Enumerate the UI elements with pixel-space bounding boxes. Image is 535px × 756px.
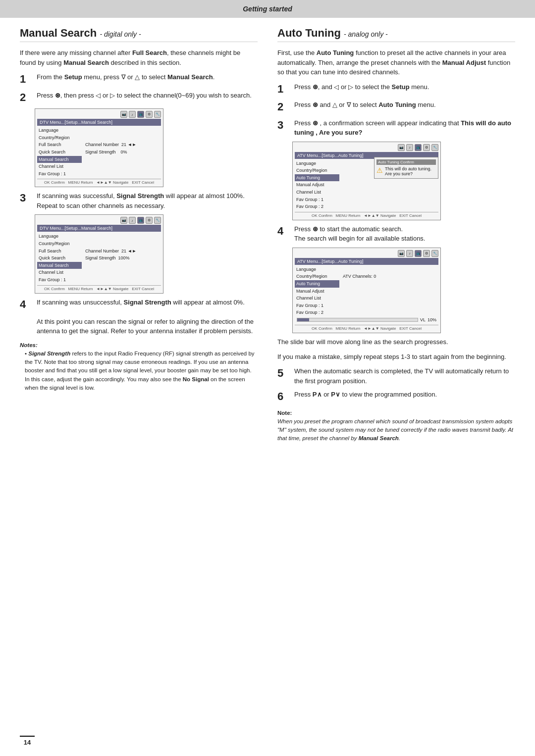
icon-tv: 📺	[415, 144, 422, 151]
progress-row: VL 10%	[295, 316, 438, 323]
icon-wrench: 🔧	[154, 111, 161, 118]
screen-row	[84, 134, 161, 142]
icon-settings: ⚙	[146, 217, 153, 224]
icon-music: ♪	[406, 144, 413, 151]
screen-row: Fav Group : 1	[295, 196, 339, 203]
screen1-footer: OK Confirm MENU Return ◄►▲▼ Navigate EXI…	[37, 179, 161, 185]
screen-row: Country/Region	[295, 167, 339, 174]
icon-settings: ⚙	[423, 250, 430, 257]
progress-fill	[297, 318, 309, 321]
screen-row: Manual Adjust	[295, 288, 339, 295]
notes-section: Notes: Signal Strength refers to the inp…	[20, 341, 258, 393]
icon-tv: 📺	[137, 217, 144, 224]
icon-music: ♪	[406, 250, 413, 257]
icon-tv: 📺	[137, 111, 144, 118]
notes-title: Notes:	[20, 341, 258, 350]
dtv-screen-1: 📷 ♪ 📺 ⚙ 🔧 DTV Menu...[Setup...Manual Sea…	[35, 108, 163, 187]
screen-row	[341, 181, 438, 189]
screen-row: Language	[37, 233, 82, 240]
atv-screen-2: 📷 ♪ 📺 ⚙ 🔧 ATV Menu...[Setup...Auto Tunin…	[292, 248, 441, 333]
at-step-4: 4 Press ⊛ to start the automatic search.…	[277, 224, 515, 244]
screen-row	[84, 163, 161, 170]
step-3: 3 If scanning was successful, Signal Str…	[20, 191, 258, 210]
screen-row	[341, 203, 438, 210]
icon-settings: ⚙	[146, 111, 153, 118]
screen-row-highlight: Auto Tuning	[295, 174, 339, 182]
icon-cam: 📷	[398, 250, 405, 257]
icon-settings: ⚙	[423, 144, 430, 151]
screen-row	[84, 269, 161, 276]
screen-row: Country/Region	[295, 273, 339, 280]
confirm-dialog-title: Auto Tuning Confirm	[376, 159, 436, 165]
screen-row: Channel List	[295, 189, 339, 196]
progress-label: VL	[420, 317, 426, 322]
screen-row-highlight: Auto Tuning	[295, 280, 339, 288]
confirm-dialog: Auto Tuning Confirm ⚠ This will do auto …	[374, 157, 438, 179]
auto-tuning-section: Auto Tuning - analog only - First, use t…	[277, 27, 515, 443]
progress-bg	[297, 318, 418, 322]
icon-wrench: 🔧	[431, 144, 438, 151]
header-bar: Getting started	[0, 0, 535, 18]
screen-row: Channel List	[37, 163, 82, 170]
screen-row: Signal Strength 0%	[84, 149, 161, 156]
icon-cam: 📷	[398, 144, 405, 151]
screen-row: Quick Search	[37, 149, 82, 156]
atv-screen1-footer: OK Confirm MENU Return ◄►▲▼ Navigate EXI…	[295, 212, 438, 218]
at-step-1: 1 Press ⊛, and ◁ or ▷ to select the Setu…	[277, 82, 515, 97]
screen-row: Fav Group : 2	[295, 309, 339, 316]
screen-row: Channel Number 21 ◄►	[84, 141, 161, 149]
note-item: Signal Strength refers to the input Radi…	[25, 350, 258, 392]
icon-music: ♪	[129, 217, 136, 224]
screen-row	[84, 240, 161, 248]
header-title: Getting started	[243, 5, 292, 13]
icon-cam: 📷	[120, 217, 127, 224]
warning-icon: ⚠	[376, 166, 383, 174]
at-step-3: 3 Press ⊛ , a confirmation screen will a…	[277, 118, 515, 138]
at-step-2: 2 Press ⊛ and △ or ∇ to select Auto Tuni…	[277, 100, 515, 114]
screen-row: Quick Search	[37, 254, 82, 262]
icon-music: ♪	[129, 111, 136, 118]
at-step-5: 5 When the automatic search is completed…	[277, 366, 515, 386]
screen-row	[341, 266, 438, 273]
auto-tuning-title: Auto Tuning - analog only -	[277, 27, 515, 42]
screen-row	[84, 233, 161, 240]
atv-screen-1: 📷 ♪ 📺 ⚙ 🔧 ATV Menu...[Setup...Auto Tunin…	[292, 142, 441, 220]
screen-row: Fav Group : 2	[295, 203, 339, 210]
manual-search-intro: If there were any missing channel after …	[20, 48, 258, 67]
step-4: 4 If scanning was unsuccessful, Signal S…	[20, 298, 258, 336]
screen-row-highlight: Manual Search	[37, 156, 82, 163]
icon-cam: 📷	[120, 111, 127, 118]
screen-row: ATV Channels: 0	[341, 273, 438, 280]
page-number: 14	[20, 736, 35, 746]
screen-row-highlight: Manual Search	[37, 262, 82, 269]
icon-wrench: 🔧	[431, 250, 438, 257]
screen1-header: DTV Menu...[Setup...Manual Search]	[37, 119, 161, 126]
screen2-footer: OK Confirm MENU Return ◄►▲▼ Navigate EXI…	[37, 285, 161, 291]
progress-note-2: If you make a mistake, simply repeat ste…	[277, 352, 515, 362]
screen-row: Fav Group : 1	[295, 302, 339, 309]
step-2: 2 Press ⊛, then press ◁ or ▷ to select t…	[20, 91, 258, 105]
screen-row	[84, 170, 161, 178]
screen-row	[341, 288, 438, 295]
screen-row: Full Search	[37, 248, 82, 255]
progress-note-1: The slide bar will move along line as th…	[277, 337, 515, 347]
confirm-dialog-body: ⚠ This will do auto tuning.Are you sure?	[376, 166, 436, 176]
screen-row: Manual Adjust	[295, 181, 339, 189]
at-step-6: 6 Press P∧ or P∨ to view the programmed …	[277, 390, 515, 404]
screen-row	[84, 156, 161, 163]
step-1: 1 From the Setup menu, press ∇ or △ to s…	[20, 72, 258, 87]
screen-row	[341, 196, 438, 203]
screen-row	[84, 262, 161, 269]
screen-row	[341, 309, 438, 316]
screen-row	[341, 280, 438, 288]
screen-row: Country/Region	[37, 134, 82, 142]
confirm-text: This will do auto tuning.Are you sure?	[385, 166, 431, 176]
screen-row: Language	[295, 266, 339, 273]
screen-row	[341, 295, 438, 302]
screen-row: Full Search	[37, 141, 82, 149]
dtv-screen-2: 📷 ♪ 📺 ⚙ 🔧 DTV Menu...[Setup...Manual Sea…	[35, 214, 163, 293]
note-label: Note:	[277, 410, 292, 416]
screen-row	[84, 276, 161, 284]
screen-row: Channel Number 21 ◄►	[84, 248, 161, 255]
atv-screen2-header: ATV Menu...[Setup...Auto Tuning]	[295, 258, 438, 265]
